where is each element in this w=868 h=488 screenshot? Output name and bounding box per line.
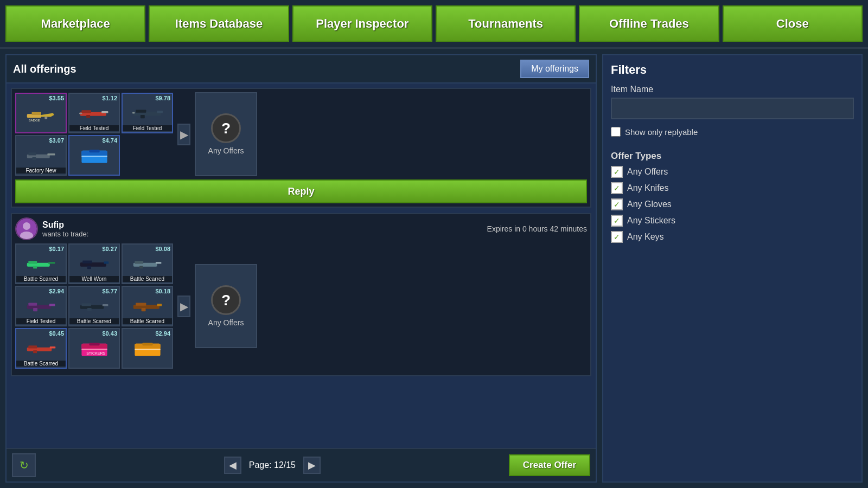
item-image-icon bbox=[22, 146, 60, 165]
tab-player-inspector[interactable]: Player Inspector bbox=[292, 5, 432, 42]
svg-rect-13 bbox=[140, 115, 144, 118]
create-offer-button[interactable]: Create Offer bbox=[509, 454, 590, 476]
svg-rect-41 bbox=[33, 308, 37, 311]
svg-rect-29 bbox=[33, 266, 37, 268]
arrow-right-1[interactable]: ▶ bbox=[177, 124, 190, 145]
svg-rect-14 bbox=[132, 112, 135, 114]
main-content: All offerings My offerings $3.55 bbox=[0, 49, 868, 488]
svg-rect-7 bbox=[101, 111, 108, 113]
offer-items-row-2: $0.17 Battle Scarred $0.27 bbox=[15, 243, 587, 369]
left-panel: All offerings My offerings $3.55 bbox=[5, 54, 597, 483]
filters-title: Filters bbox=[611, 63, 854, 77]
offerings-list[interactable]: $3.55 BADGE $1.12 bbox=[7, 84, 596, 448]
offer-types-section: Offer Types ✓ Any Offers ✓ Any Knifes ✓ … bbox=[611, 151, 854, 247]
show-replyable-checkbox[interactable] bbox=[611, 127, 621, 137]
list-item[interactable]: $0.18 Battle Scarred bbox=[122, 286, 173, 326]
svg-rect-9 bbox=[79, 113, 82, 114]
my-offerings-button[interactable]: My offerings bbox=[520, 60, 589, 78]
bottom-bar: ↻ ◀ Page: 12/15 ▶ Create Offer bbox=[7, 448, 596, 481]
item-image-icon: STICKERS bbox=[75, 339, 113, 358]
list-item[interactable]: $4.74 bbox=[68, 135, 120, 176]
items-grid-left-1: $3.55 BADGE $1.12 bbox=[15, 93, 173, 176]
svg-rect-37 bbox=[139, 266, 143, 268]
offer-type-label-any-knifes: Any Knifes bbox=[627, 183, 668, 193]
user-details: Sufip wants to trade: bbox=[42, 220, 88, 238]
list-item[interactable]: $2.94 Field Tested bbox=[15, 286, 67, 326]
svg-rect-45 bbox=[87, 308, 91, 311]
item-image-icon bbox=[129, 297, 167, 316]
tab-close[interactable]: Close bbox=[723, 5, 863, 42]
offer-type-check-any-stickers[interactable]: ✓ bbox=[611, 215, 623, 227]
list-item[interactable]: $9.78 Field Tested bbox=[122, 93, 173, 133]
item-name-label: Item Name bbox=[611, 85, 854, 94]
top-navigation: Marketplace Items Database Player Inspec… bbox=[0, 0, 868, 49]
next-page-button[interactable]: ▶ bbox=[303, 457, 321, 474]
offer-type-label-any-stickers: Any Stickers bbox=[627, 216, 675, 226]
show-replyable-label: Show only replyable bbox=[625, 127, 698, 137]
tab-tournaments[interactable]: Tournaments bbox=[436, 5, 576, 42]
show-replyable-row: Show only replyable bbox=[611, 127, 854, 137]
svg-rect-17 bbox=[47, 153, 55, 156]
offer-type-check-any-knifes[interactable]: ✓ bbox=[611, 182, 623, 194]
svg-rect-48 bbox=[157, 304, 162, 306]
avatar-image bbox=[16, 219, 37, 239]
svg-rect-8 bbox=[86, 115, 90, 118]
svg-rect-27 bbox=[28, 261, 37, 264]
svg-rect-40 bbox=[49, 304, 55, 306]
svg-rect-61 bbox=[142, 343, 152, 345]
list-item[interactable]: $1.12 Field Tested bbox=[68, 93, 120, 133]
offer-type-any-keys: ✓ Any Keys bbox=[611, 231, 854, 243]
svg-rect-49 bbox=[141, 308, 145, 311]
svg-rect-11 bbox=[136, 110, 146, 112]
svg-rect-21 bbox=[89, 150, 99, 152]
refresh-button[interactable]: ↻ bbox=[12, 453, 36, 477]
item-image-icon bbox=[129, 104, 167, 123]
svg-text:BADGE: BADGE bbox=[28, 118, 40, 122]
action-label: wants to trade: bbox=[42, 230, 88, 238]
item-image-icon: BADGE bbox=[22, 104, 60, 123]
svg-rect-47 bbox=[136, 303, 146, 305]
offer-type-label-any-gloves: Any Gloves bbox=[627, 200, 672, 209]
any-offers-label-2: Any Offers bbox=[208, 318, 244, 327]
svg-rect-12 bbox=[157, 111, 163, 113]
list-item[interactable]: $2.94 bbox=[122, 328, 173, 369]
offer-block-1: $3.55 BADGE $1.12 bbox=[11, 88, 591, 208]
prev-page-button[interactable]: ◀ bbox=[224, 457, 241, 474]
list-item[interactable]: $3.07 Factory New bbox=[15, 135, 67, 176]
offer-type-any-stickers: ✓ Any Stickers bbox=[611, 215, 854, 227]
list-item[interactable]: $3.55 BADGE bbox=[15, 93, 67, 133]
offer-type-check-any-keys[interactable]: ✓ bbox=[611, 231, 623, 243]
list-item[interactable]: $0.17 Battle Scarred bbox=[15, 243, 67, 284]
list-item[interactable]: $0.43 STICKERS bbox=[68, 328, 120, 369]
offer-type-any-offers: ✓ Any Offers bbox=[611, 166, 854, 178]
svg-rect-32 bbox=[104, 261, 108, 264]
svg-rect-56 bbox=[89, 343, 99, 345]
offer-type-check-any-offers[interactable]: ✓ bbox=[611, 166, 623, 178]
tab-items-database[interactable]: Items Database bbox=[149, 5, 289, 42]
svg-rect-44 bbox=[102, 304, 108, 306]
svg-rect-35 bbox=[135, 261, 143, 264]
list-item[interactable]: $0.45 Battle Scarred bbox=[15, 328, 67, 369]
reply-button-1[interactable]: Reply bbox=[15, 179, 587, 203]
svg-point-3 bbox=[44, 117, 47, 119]
item-image-icon bbox=[75, 297, 113, 316]
svg-rect-6 bbox=[81, 110, 91, 113]
tab-marketplace[interactable]: Marketplace bbox=[5, 5, 145, 42]
item-name-input[interactable] bbox=[611, 98, 854, 119]
list-item[interactable]: $0.27 Well Worn bbox=[68, 243, 120, 284]
offer-type-any-knifes: ✓ Any Knifes bbox=[611, 182, 854, 194]
tab-offline-trades[interactable]: Offline Trades bbox=[579, 5, 719, 42]
list-item[interactable]: $0.08 Battle Scarred bbox=[122, 243, 173, 284]
item-image-icon bbox=[22, 254, 60, 273]
svg-rect-28 bbox=[48, 262, 55, 264]
question-mark-icon-2: ? bbox=[211, 285, 241, 315]
item-image-icon bbox=[75, 254, 113, 273]
list-item[interactable]: $5.77 Battle Scarred bbox=[68, 286, 120, 326]
page-indicator: Page: 12/15 bbox=[249, 460, 296, 470]
item-image-icon bbox=[75, 146, 113, 165]
arrow-right-2[interactable]: ▶ bbox=[177, 296, 190, 317]
offer-type-check-any-gloves[interactable]: ✓ bbox=[611, 198, 623, 210]
svg-rect-2 bbox=[31, 112, 41, 115]
filters-panel: Filters Item Name Show only replyable Of… bbox=[602, 54, 863, 483]
avatar bbox=[15, 217, 38, 240]
